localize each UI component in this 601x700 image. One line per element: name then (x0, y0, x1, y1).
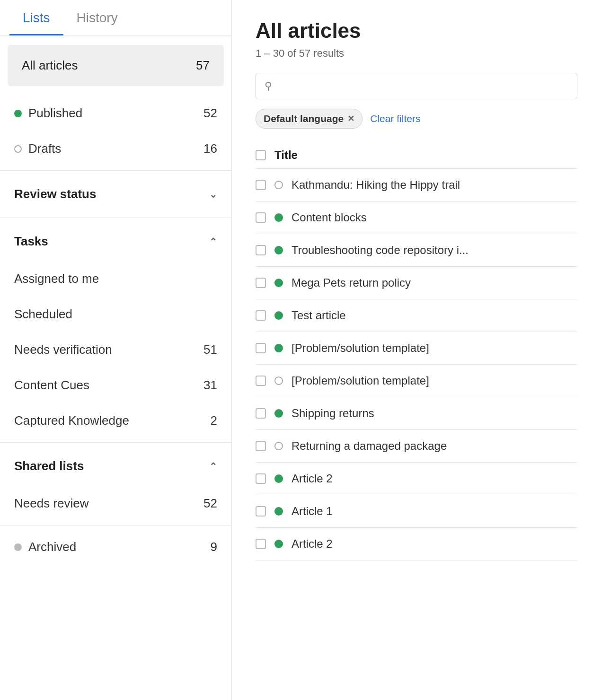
search-bar[interactable]: ⚲ (256, 73, 577, 99)
table-row[interactable]: Test article (256, 299, 577, 332)
sidebar-item-all-articles[interactable]: All articles 57 (8, 45, 224, 86)
article-title: [Problem/solution template] (292, 374, 429, 387)
table-row[interactable]: [Problem/solution template] (256, 365, 577, 397)
assigned-to-me-label: Assigned to me (14, 271, 99, 286)
row-checkbox[interactable] (256, 278, 266, 288)
article-title: Returning a damaged package (292, 439, 447, 453)
row-checkbox[interactable] (256, 212, 266, 223)
article-title: Troubleshooting code repository i... (292, 244, 468, 257)
table-row[interactable]: Article 2 (256, 528, 577, 560)
row-checkbox[interactable] (256, 180, 266, 190)
row-checkbox[interactable] (256, 310, 266, 321)
filter-bar: Default language ✕ Clear filters (256, 109, 577, 129)
section-review-status[interactable]: Review status ⌄ (0, 175, 231, 214)
table-row[interactable]: Returning a damaged package (256, 430, 577, 463)
article-title: Article 2 (292, 472, 333, 485)
drafts-count: 16 (203, 141, 217, 156)
content-cues-label: Content Cues (14, 378, 89, 393)
archived-label: Archived (28, 540, 76, 554)
articles-table: Title Kathmandu: Hiking the Hippy trailC… (256, 142, 577, 560)
captured-knowledge-label: Captured Knowledge (14, 413, 129, 428)
article-rows-container: Kathmandu: Hiking the Hippy trailContent… (256, 169, 577, 560)
drafts-circle-icon (14, 145, 22, 153)
filter-chip-default-language[interactable]: Default language ✕ (256, 109, 362, 129)
divider-2 (0, 218, 231, 218)
row-checkbox[interactable] (256, 473, 266, 484)
search-input[interactable] (277, 80, 568, 92)
published-count: 52 (203, 106, 217, 121)
table-row[interactable]: Mega Pets return policy (256, 267, 577, 299)
sidebar-item-archived[interactable]: Archived 9 (0, 529, 231, 565)
divider-1 (0, 170, 231, 171)
scheduled-label: Scheduled (14, 307, 72, 322)
content-cues-count: 31 (203, 378, 217, 393)
table-row[interactable]: Troubleshooting code repository i... (256, 234, 577, 267)
tab-lists[interactable]: Lists (9, 0, 63, 35)
published-status-icon (274, 474, 283, 483)
sidebar-item-scheduled[interactable]: Scheduled (0, 297, 231, 332)
sidebar-item-content-cues[interactable]: Content Cues 31 (0, 368, 231, 403)
shared-lists-label: Shared lists (14, 459, 84, 473)
sidebar-item-published[interactable]: Published 52 (0, 96, 231, 131)
sidebar-item-captured-knowledge[interactable]: Captured Knowledge 2 (0, 403, 231, 438)
row-checkbox[interactable] (256, 539, 266, 549)
draft-status-icon (274, 376, 283, 385)
published-status-icon (274, 246, 283, 254)
article-title: Mega Pets return policy (292, 276, 411, 289)
table-header-row: Title (256, 142, 577, 169)
needs-review-count: 52 (203, 496, 217, 511)
row-checkbox[interactable] (256, 343, 266, 353)
table-title-header: Title (274, 149, 298, 162)
table-row[interactable]: Article 2 (256, 463, 577, 495)
table-row[interactable]: Shipping returns (256, 397, 577, 430)
clear-filters-button[interactable]: Clear filters (370, 113, 420, 124)
published-status-icon (274, 213, 283, 222)
table-row[interactable]: [Problem/solution template] (256, 332, 577, 365)
article-title: Kathmandu: Hiking the Hippy trail (292, 178, 460, 192)
sidebar-item-drafts[interactable]: Drafts 16 (0, 131, 231, 166)
search-icon: ⚲ (265, 80, 272, 92)
review-status-label: Review status (14, 187, 96, 201)
section-tasks[interactable]: Tasks ⌃ (0, 222, 231, 261)
needs-verification-label: Needs verification (14, 342, 112, 357)
divider-4 (0, 525, 231, 525)
row-checkbox[interactable] (256, 506, 266, 516)
section-shared-lists[interactable]: Shared lists ⌃ (0, 446, 231, 486)
needs-review-label: Needs review (14, 496, 89, 511)
header-checkbox[interactable] (256, 150, 266, 160)
published-status-icon (274, 409, 283, 418)
sidebar-item-assigned-to-me[interactable]: Assigned to me (0, 261, 231, 297)
sidebar-item-needs-verification[interactable]: Needs verification 51 (0, 332, 231, 368)
tab-bar: Lists History (0, 0, 231, 35)
divider-3 (0, 442, 231, 443)
published-status-icon (274, 344, 283, 352)
row-checkbox[interactable] (256, 408, 266, 419)
published-status-icon (274, 507, 283, 516)
article-title: Article 2 (292, 537, 333, 551)
draft-status-icon (274, 181, 283, 189)
archived-count: 9 (211, 540, 217, 554)
all-articles-count: 57 (196, 58, 210, 73)
all-articles-label: All articles (22, 58, 78, 73)
published-dot-icon (14, 110, 22, 117)
sidebar-item-needs-review[interactable]: Needs review 52 (0, 486, 231, 521)
row-checkbox[interactable] (256, 245, 266, 255)
article-title: Shipping returns (292, 407, 374, 420)
needs-verification-count: 51 (203, 342, 217, 357)
filter-chip-close-icon[interactable]: ✕ (347, 114, 354, 124)
article-title: [Problem/solution template] (292, 341, 429, 355)
captured-knowledge-count: 2 (211, 413, 217, 428)
archived-dot-icon (14, 543, 22, 551)
draft-status-icon (274, 442, 283, 450)
tab-history[interactable]: History (63, 0, 131, 35)
table-row[interactable]: Content blocks (256, 201, 577, 234)
published-label: Published (28, 106, 82, 121)
row-checkbox[interactable] (256, 441, 266, 451)
results-count: 1 – 30 of 57 results (256, 47, 577, 60)
table-row[interactable]: Kathmandu: Hiking the Hippy trail (256, 169, 577, 201)
row-checkbox[interactable] (256, 376, 266, 386)
table-row[interactable]: Article 1 (256, 495, 577, 528)
sidebar: Lists History All articles 57 Published … (0, 0, 232, 700)
article-title: Article 1 (292, 505, 333, 518)
chevron-up-icon: ⌃ (209, 236, 217, 247)
